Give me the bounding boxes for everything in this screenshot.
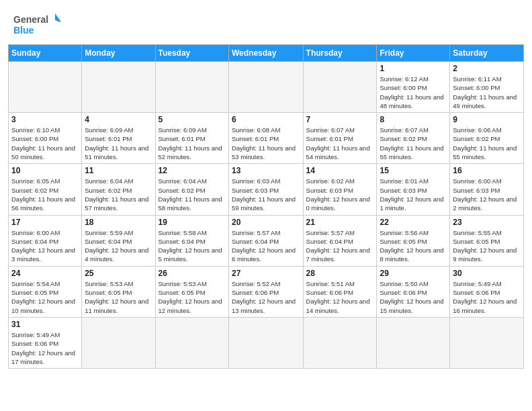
day-info: Sunrise: 5:51 AM Sunset: 6:06 PM Dayligh… [306,279,374,315]
svg-text:Blue: Blue [13,25,34,36]
calendar-week-row: 10Sunrise: 6:05 AM Sunset: 6:02 PM Dayli… [9,164,524,215]
calendar-day-cell: 11Sunrise: 6:04 AM Sunset: 6:02 PM Dayli… [82,164,155,215]
day-number: 17 [11,218,79,227]
calendar-day-cell: 23Sunrise: 5:55 AM Sunset: 6:05 PM Dayli… [450,215,524,266]
calendar-day-cell: 30Sunrise: 5:49 AM Sunset: 6:06 PM Dayli… [450,266,524,317]
calendar-header-monday: Monday [82,45,155,62]
svg-marker-2 [55,13,60,23]
calendar-header-sunday: Sunday [9,45,82,62]
day-number: 16 [453,166,521,175]
calendar-day-cell: 12Sunrise: 6:04 AM Sunset: 6:02 PM Dayli… [155,164,228,215]
calendar-day-cell [82,317,155,368]
day-info: Sunrise: 5:59 AM Sunset: 6:04 PM Dayligh… [85,228,152,264]
day-info: Sunrise: 5:49 AM Sunset: 6:06 PM Dayligh… [453,279,521,315]
day-info: Sunrise: 5:57 AM Sunset: 6:04 PM Dayligh… [306,228,374,264]
day-number: 18 [85,218,152,227]
day-number: 3 [11,115,79,124]
calendar-day-cell: 7Sunrise: 6:07 AM Sunset: 6:01 PM Daylig… [303,113,377,164]
calendar-day-cell: 26Sunrise: 5:53 AM Sunset: 6:05 PM Dayli… [155,266,228,317]
calendar-day-cell: 18Sunrise: 5:59 AM Sunset: 6:04 PM Dayli… [82,215,155,266]
calendar-day-cell [9,62,82,113]
day-info: Sunrise: 6:09 AM Sunset: 6:01 PM Dayligh… [159,126,226,161]
day-info: Sunrise: 5:56 AM Sunset: 6:05 PM Dayligh… [380,228,447,264]
calendar-day-cell [303,317,377,368]
day-number: 23 [453,218,521,227]
day-number: 25 [85,269,152,278]
day-number: 24 [11,269,79,278]
calendar-day-cell: 22Sunrise: 5:56 AM Sunset: 6:05 PM Dayli… [377,215,450,266]
day-number: 27 [232,269,300,278]
day-number: 28 [306,269,374,278]
calendar-day-cell [155,317,228,368]
calendar-week-row: 24Sunrise: 5:54 AM Sunset: 6:05 PM Dayli… [9,266,524,317]
day-info: Sunrise: 6:04 AM Sunset: 6:02 PM Dayligh… [85,177,152,212]
calendar-day-cell: 24Sunrise: 5:54 AM Sunset: 6:05 PM Dayli… [9,266,82,317]
day-number: 30 [453,269,521,278]
day-info: Sunrise: 5:58 AM Sunset: 6:04 PM Dayligh… [159,228,226,264]
calendar-wrap: SundayMondayTuesdayWednesdayThursdayFrid… [0,44,532,377]
day-number: 12 [159,166,226,175]
calendar-day-cell: 10Sunrise: 6:05 AM Sunset: 6:02 PM Dayli… [9,164,82,215]
calendar-day-cell: 15Sunrise: 6:01 AM Sunset: 6:03 PM Dayli… [377,164,450,215]
day-info: Sunrise: 5:53 AM Sunset: 6:05 PM Dayligh… [85,279,152,315]
header: General Blue [0,0,532,44]
calendar-day-cell: 8Sunrise: 6:07 AM Sunset: 6:02 PM Daylig… [377,113,450,164]
day-info: Sunrise: 5:52 AM Sunset: 6:06 PM Dayligh… [232,279,300,315]
calendar-day-cell: 31Sunrise: 5:49 AM Sunset: 6:06 PM Dayli… [9,317,82,368]
day-number: 6 [232,115,300,124]
day-number: 19 [159,218,226,227]
day-info: Sunrise: 6:03 AM Sunset: 6:03 PM Dayligh… [232,177,300,212]
svg-text:General: General [13,14,48,25]
day-number: 22 [380,218,447,227]
day-info: Sunrise: 6:05 AM Sunset: 6:02 PM Dayligh… [11,177,79,212]
day-number: 13 [232,166,300,175]
calendar-day-cell: 3Sunrise: 6:10 AM Sunset: 6:00 PM Daylig… [9,113,82,164]
calendar-day-cell [228,317,303,368]
day-number: 2 [453,64,521,73]
day-info: Sunrise: 6:02 AM Sunset: 6:03 PM Dayligh… [306,177,374,212]
calendar-day-cell [155,62,228,113]
day-info: Sunrise: 6:04 AM Sunset: 6:02 PM Dayligh… [159,177,226,212]
calendar-header-row: SundayMondayTuesdayWednesdayThursdayFrid… [9,45,524,62]
logo: General Blue [13,11,60,39]
day-info: Sunrise: 6:00 AM Sunset: 6:03 PM Dayligh… [453,177,521,212]
page-container: General Blue SundayMondayTuesdayWednesda… [0,0,532,377]
calendar-header-friday: Friday [377,45,450,62]
calendar-header-thursday: Thursday [303,45,377,62]
day-info: Sunrise: 5:50 AM Sunset: 6:06 PM Dayligh… [380,279,447,315]
calendar-week-row: 3Sunrise: 6:10 AM Sunset: 6:00 PM Daylig… [9,113,524,164]
day-number: 29 [380,269,447,278]
day-info: Sunrise: 6:11 AM Sunset: 6:00 PM Dayligh… [453,75,521,110]
calendar-day-cell: 19Sunrise: 5:58 AM Sunset: 6:04 PM Dayli… [155,215,228,266]
day-info: Sunrise: 5:55 AM Sunset: 6:05 PM Dayligh… [453,228,521,264]
day-number: 21 [306,218,374,227]
calendar-day-cell: 1Sunrise: 6:12 AM Sunset: 6:00 PM Daylig… [377,62,450,113]
calendar-day-cell: 27Sunrise: 5:52 AM Sunset: 6:06 PM Dayli… [228,266,303,317]
day-number: 10 [11,166,79,175]
day-info: Sunrise: 6:01 AM Sunset: 6:03 PM Dayligh… [380,177,447,212]
day-info: Sunrise: 6:07 AM Sunset: 6:02 PM Dayligh… [380,126,447,161]
calendar-day-cell: 21Sunrise: 5:57 AM Sunset: 6:04 PM Dayli… [303,215,377,266]
calendar-day-cell [450,317,524,368]
calendar-day-cell: 25Sunrise: 5:53 AM Sunset: 6:05 PM Dayli… [82,266,155,317]
calendar-day-cell: 13Sunrise: 6:03 AM Sunset: 6:03 PM Dayli… [228,164,303,215]
day-number: 4 [85,115,152,124]
calendar-header-wednesday: Wednesday [228,45,303,62]
day-number: 26 [159,269,226,278]
calendar-week-row: 31Sunrise: 5:49 AM Sunset: 6:06 PM Dayli… [9,317,524,368]
calendar-day-cell: 4Sunrise: 6:09 AM Sunset: 6:01 PM Daylig… [82,113,155,164]
calendar-day-cell [228,62,303,113]
generalblue-logo: General Blue [13,11,60,39]
day-info: Sunrise: 6:00 AM Sunset: 6:04 PM Dayligh… [11,228,79,264]
calendar-header-saturday: Saturday [450,45,524,62]
day-info: Sunrise: 6:09 AM Sunset: 6:01 PM Dayligh… [85,126,152,161]
calendar-day-cell: 9Sunrise: 6:06 AM Sunset: 6:02 PM Daylig… [450,113,524,164]
day-number: 1 [380,64,447,73]
day-info: Sunrise: 5:54 AM Sunset: 6:05 PM Dayligh… [11,279,79,315]
day-info: Sunrise: 6:08 AM Sunset: 6:01 PM Dayligh… [232,126,300,161]
day-number: 11 [85,166,152,175]
calendar-day-cell: 5Sunrise: 6:09 AM Sunset: 6:01 PM Daylig… [155,113,228,164]
day-number: 5 [159,115,226,124]
calendar-day-cell: 16Sunrise: 6:00 AM Sunset: 6:03 PM Dayli… [450,164,524,215]
day-info: Sunrise: 6:12 AM Sunset: 6:00 PM Dayligh… [380,75,447,110]
